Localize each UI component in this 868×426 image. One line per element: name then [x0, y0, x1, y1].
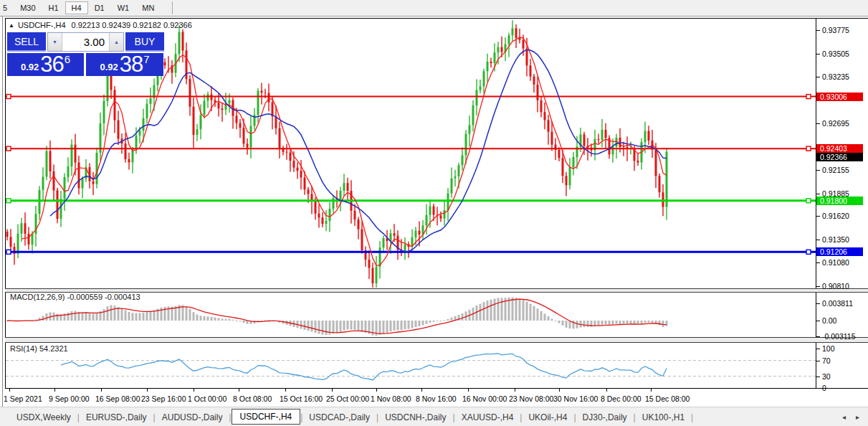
chart-tab-xauusd-h4[interactable]: XAUUSD-,H4 — [455, 410, 520, 425]
chart-tab-ukoil-h4[interactable]: UKOil-,H4 — [522, 410, 573, 425]
date-label: 8 Dec 00:00 — [601, 394, 642, 403]
date-tick — [651, 389, 652, 392]
tab-scroll-arrows: ◂ ▸ — [842, 413, 859, 421]
chart-window-header: ▲USDCHF-,H40.92213 0.92439 0.92182 0.923… — [9, 21, 192, 29]
date-tick — [9, 389, 10, 392]
date-label: 8 Nov 16:00 — [416, 394, 457, 403]
chart-tab-usdchf-h4[interactable]: USDCHF-,H4 — [232, 409, 301, 425]
date-label: 9 Sep 00:00 — [49, 394, 90, 403]
date-tick — [147, 389, 148, 392]
macd-tick-label: 0.00 — [822, 317, 836, 325]
sell-price-pip: 6 — [65, 53, 70, 65]
macd-label: MACD(12,26,9) -0.000559 -0.000413 — [10, 293, 140, 301]
volume-input[interactable]: 3.00 — [62, 33, 109, 51]
date-label: 23 Nov 08:00 — [509, 394, 553, 403]
hline-price-label: 0.91800 — [816, 197, 863, 205]
volume-decrease-button[interactable]: ▼ — [48, 33, 62, 51]
date-label: 16 Nov 00:00 — [462, 394, 507, 403]
hline-price-label: 0.92403 — [816, 144, 863, 153]
macd-tick-label: 0.003811 — [822, 300, 853, 308]
sell-price-big: 36 — [40, 55, 63, 75]
tab-separator: | — [691, 412, 693, 422]
tab-scroll-left-icon[interactable]: ◂ — [842, 413, 846, 421]
buy-button[interactable]: BUY — [125, 32, 164, 52]
date-tick — [54, 389, 55, 392]
date-label: 15 Oct 16:00 — [280, 394, 323, 403]
date-label: 16 Sep 08:00 — [95, 394, 140, 403]
buy-price-pip: 7 — [143, 53, 149, 65]
axis-tick — [816, 77, 820, 77]
chevron-up-icon: ▲ — [114, 39, 119, 44]
price-tick-label: 0.91620 — [822, 212, 849, 220]
price-tick-label: 0.91080 — [822, 259, 849, 267]
date-tick — [285, 389, 286, 392]
rsi-pane-group — [6, 354, 816, 380]
price-tick-label: 0.91350 — [822, 236, 849, 244]
chart-tab-dj30-daily[interactable]: DJ30-,Daily — [576, 410, 634, 425]
date-tick — [376, 389, 377, 392]
price-tick-label: 0.92695 — [822, 120, 849, 128]
axis-tick — [816, 286, 820, 287]
sell-price-base: 0.92 — [21, 62, 39, 72]
horizontal-lines — [6, 95, 816, 255]
date-label: 30 Nov 16:00 — [553, 394, 598, 403]
tab-scroll-right-icon[interactable]: ▸ — [856, 413, 859, 421]
date-label: 1 Oct 00:00 — [188, 394, 226, 403]
date-tick — [332, 389, 333, 392]
axis-tick — [816, 262, 820, 263]
chart-tab-usdcad-daily[interactable]: USDCAD-,Daily — [302, 410, 376, 425]
axis-tick — [816, 194, 820, 194]
date-label: 25 Oct 00:00 — [326, 394, 369, 403]
axis-tick — [816, 377, 820, 377]
axis-tick — [816, 349, 820, 349]
bid-price-label: 0.92366 — [816, 153, 863, 161]
sell-price-display[interactable]: 0.92366 — [7, 53, 84, 76]
price-tick-label: 0.90810 — [822, 283, 849, 290]
chart-tab-eurusd-daily[interactable]: EURUSD-,Daily — [80, 410, 153, 425]
rsi-label: RSI(14) 54.2321 — [10, 344, 68, 353]
chart-tab-bar: USDX,Weekly|EURUSD-,Daily|AUDUSD-,Daily|… — [0, 407, 868, 426]
price-tick-label: 0.92155 — [822, 166, 849, 174]
axis-tick — [816, 321, 820, 321]
price-tick-label: 0.93505 — [822, 50, 849, 58]
collapse-icon[interactable]: ▲ — [9, 22, 14, 29]
buy-price-base: 0.92 — [100, 62, 118, 72]
rsi-tick-label: 70 — [822, 357, 831, 365]
price-tick-label: 0.93235 — [822, 73, 849, 81]
macd-tick-label: -0.003115 — [822, 333, 856, 341]
date-tick — [559, 389, 560, 392]
chart-tab-usdcnh-daily[interactable]: USDCNH-,Daily — [378, 410, 452, 425]
mt-terminal-window: 5M30H1H4D1W1MN ▲USDCHF-,H40.92213 0.9243… — [0, 0, 868, 426]
axis-tick — [816, 54, 820, 55]
volume-increase-button[interactable]: ▲ — [109, 33, 123, 51]
date-label: 15 Dec 08:00 — [645, 394, 690, 403]
date-label: 8 Oct 08:00 — [233, 394, 272, 403]
chart-tab-audusd-daily[interactable]: AUDUSD-,Daily — [156, 410, 229, 425]
rsi-tick-label: 0 — [822, 384, 826, 392]
date-label: 1 Nov 08:00 — [371, 394, 411, 403]
axis-tick — [816, 123, 820, 124]
chart-tab-uk100-h1[interactable]: UK100-,H1 — [636, 410, 691, 425]
date-tick — [468, 389, 469, 392]
date-tick — [421, 389, 422, 392]
axis-tick — [816, 303, 820, 304]
axis-tick — [816, 336, 820, 337]
macd-histogram — [6, 298, 668, 336]
axis-tick — [816, 170, 820, 171]
date-label: 23 Sep 16:00 — [141, 394, 186, 403]
rsi-tick-label: 100 — [822, 345, 835, 353]
date-tick — [101, 389, 102, 392]
sell-button[interactable]: SELL — [7, 32, 46, 52]
price-tick-label: 0.93775 — [822, 27, 849, 34]
date-tick — [194, 389, 194, 392]
date-label: 1 Sep 2021 — [4, 394, 42, 403]
buy-price-big: 38 — [120, 55, 143, 75]
chart-symbol-title: USDCHF-,H4 — [18, 21, 66, 29]
chart-tabs: USDX,Weekly|EURUSD-,Daily|AUDUSD-,Daily|… — [10, 410, 693, 425]
chart-tab-usdx-weekly[interactable]: USDX,Weekly — [10, 410, 77, 425]
hline-price-label: 0.91206 — [816, 247, 863, 256]
volume-spinner: ▼ 3.00 ▲ — [47, 32, 124, 52]
chart-ohlc-values: 0.92213 0.92439 0.92182 0.92366 — [72, 21, 192, 29]
rsi-tick-label: 30 — [822, 373, 831, 381]
buy-price-display[interactable]: 0.92387 — [86, 53, 163, 76]
